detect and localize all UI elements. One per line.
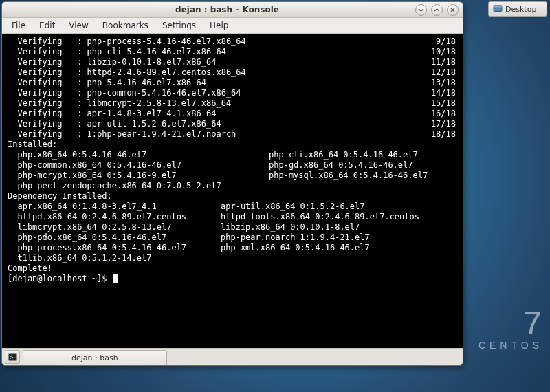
menu-help[interactable]: Help bbox=[203, 21, 235, 30]
menu-bookmarks[interactable]: Bookmarks bbox=[96, 21, 155, 30]
close-icon bbox=[450, 7, 456, 13]
wallpaper-branding: 7 CENTOS bbox=[478, 307, 543, 351]
terminal-icon: >_ bbox=[8, 353, 17, 361]
chevron-down-icon bbox=[418, 7, 424, 13]
verify-line: Verifying : apr-util-1.5.2-6.el7.x86_641… bbox=[8, 119, 457, 129]
centos-version: 7 bbox=[478, 307, 543, 340]
verify-line: Verifying : apr-1.4.8-3.el7_4.1.x86_6416… bbox=[8, 109, 457, 119]
konsole-window: dejan : bash – Konsole File Edit View Bo… bbox=[1, 1, 463, 366]
dependency-row: php-process.x86_64 0:5.4.16-46.el7php-xm… bbox=[8, 243, 457, 253]
maximize-button[interactable] bbox=[431, 4, 443, 16]
complete-line: Complete! bbox=[8, 263, 457, 274]
new-tab-button[interactable]: >_ bbox=[5, 350, 20, 364]
verify-line: Verifying : httpd-2.4.6-89.el7.centos.x8… bbox=[8, 67, 457, 78]
cursor bbox=[113, 274, 118, 283]
verify-line: Verifying : php-process-5.4.16-46.el7.x8… bbox=[8, 36, 457, 47]
installed-row: php-pecl-zendopcache.x86_64 0:7.0.5-2.el… bbox=[8, 181, 457, 191]
verify-line: Verifying : 1:php-pear-1.9.4-21.el7.noar… bbox=[8, 129, 457, 140]
taskbar bbox=[0, 373, 550, 392]
dependency-row: httpd.x86_64 0:2.4.6-89.el7.centoshttpd-… bbox=[8, 212, 457, 222]
dependency-row: php-pdo.x86_64 0:5.4.16-46.el7php-pear.n… bbox=[8, 232, 457, 243]
terminal-output[interactable]: Verifying : php-process-5.4.16-46.el7.x8… bbox=[2, 34, 463, 348]
window-title: dejan : bash – Konsole bbox=[39, 5, 415, 14]
centos-label: CENTOS bbox=[478, 340, 543, 351]
close-button[interactable] bbox=[447, 4, 459, 16]
dependency-row: libmcrypt.x86_64 0:2.5.8-13.el7libzip.x8… bbox=[8, 222, 457, 232]
svg-text:>_: >_ bbox=[10, 355, 16, 360]
verify-line: Verifying : libzip-0.10.1-8.el7.x86_6411… bbox=[8, 57, 457, 67]
menubar: File Edit View Bookmarks Settings Help bbox=[2, 18, 463, 34]
menu-settings[interactable]: Settings bbox=[155, 21, 203, 30]
verify-line: Verifying : php-common-5.4.16-46.el7.x86… bbox=[8, 88, 457, 98]
tab-bar: >_ dejan : bash bbox=[2, 348, 463, 365]
verify-line: Verifying : php-5.4.16-46.el7.x86_6413/1… bbox=[8, 78, 457, 88]
desktop-button-label: Desktop bbox=[505, 5, 536, 14]
verify-line: Verifying : libmcrypt-2.5.8-13.el7.x86_6… bbox=[8, 98, 457, 109]
dependency-row: t1lib.x86_64 0:5.1.2-14.el7 bbox=[8, 253, 457, 263]
desktop-button[interactable]: Desktop bbox=[488, 1, 547, 17]
installed-header: Installed: bbox=[8, 140, 457, 150]
shell-prompt[interactable]: [dejan@localhost ~]$ bbox=[8, 274, 457, 284]
tab-active[interactable]: dejan : bash bbox=[23, 350, 167, 365]
verify-line: Verifying : php-cli-5.4.16-46.el7.x86_64… bbox=[8, 47, 457, 57]
menu-view[interactable]: View bbox=[62, 21, 95, 30]
desktop-icon bbox=[493, 5, 503, 13]
chevron-up-icon bbox=[434, 7, 440, 13]
minimize-button[interactable] bbox=[415, 4, 427, 16]
dependency-installed-header: Dependency Installed: bbox=[8, 191, 457, 202]
titlebar[interactable]: dejan : bash – Konsole bbox=[2, 2, 463, 18]
menu-edit[interactable]: Edit bbox=[32, 21, 62, 30]
installed-row: php-common.x86_64 0:5.4.16-46.el7php-gd.… bbox=[8, 160, 457, 171]
menu-file[interactable]: File bbox=[5, 21, 32, 30]
dependency-row: apr.x86_64 0:1.4.8-3.el7_4.1apr-util.x86… bbox=[8, 202, 457, 212]
installed-row: php-mcrypt.x86_64 0:5.4.16-9.el7php-mysq… bbox=[8, 171, 457, 181]
tab-label: dejan : bash bbox=[72, 353, 118, 362]
svg-rect-1 bbox=[494, 6, 502, 8]
installed-row: php.x86_64 0:5.4.16-46.el7php-cli.x86_64… bbox=[8, 150, 457, 160]
